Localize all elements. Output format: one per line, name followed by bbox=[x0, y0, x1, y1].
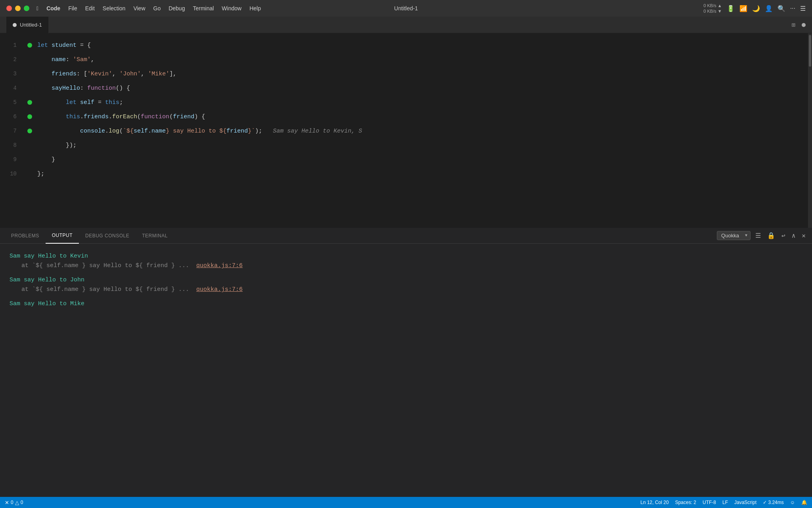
output-at-1: at `${ self.name } say Hello to ${ frien… bbox=[10, 261, 802, 271]
close-button[interactable] bbox=[6, 6, 12, 11]
error-icon: ✕ bbox=[5, 500, 9, 506]
search-icon: 🔍 bbox=[778, 5, 785, 12]
line-num-2: 2 bbox=[4, 52, 20, 67]
wifi-icon: 📶 bbox=[739, 5, 747, 12]
gutter-3 bbox=[24, 67, 36, 81]
line-num-4: 4 bbox=[4, 81, 20, 95]
output-link-2[interactable]: quokka.js:7:6 bbox=[196, 286, 243, 293]
gutter-7 bbox=[24, 124, 36, 138]
maximize-button[interactable] bbox=[24, 6, 29, 11]
code-line-9: } bbox=[36, 152, 808, 167]
titlebar-right: 0 KB/s ▲0 KB/s ▼ 🔋 📶 🌙 👤 🔍 ··· ☰ bbox=[703, 3, 806, 14]
gutter-2 bbox=[24, 52, 36, 67]
clear-output-icon[interactable]: ☰ bbox=[754, 230, 762, 241]
menu-file[interactable]: File bbox=[68, 5, 77, 12]
panel-tab-bar: PROBLEMS OUTPUT DEBUG CONSOLE TERMINAL Q… bbox=[0, 228, 812, 244]
tabbar-actions: ⊞ bbox=[791, 21, 806, 29]
emoji-icon[interactable]: ☺ bbox=[790, 500, 795, 505]
statusbar: ✕ 0 △ 0 Ln 12, Col 20 Spaces: 2 UTF-8 LF… bbox=[0, 497, 812, 508]
lock-icon[interactable]: 🔒 bbox=[766, 230, 777, 241]
scrollbar-thumb bbox=[809, 35, 811, 67]
indentation[interactable]: Spaces: 2 bbox=[675, 500, 696, 505]
close-panel-icon[interactable]: ✕ bbox=[800, 230, 807, 241]
wrap-icon[interactable]: ↩ bbox=[780, 230, 787, 241]
menu-terminal[interactable]: Terminal bbox=[193, 5, 214, 12]
code-line-4: sayHello: function() { bbox=[36, 81, 808, 95]
quokka-status[interactable]: ✓ 3.24ms bbox=[763, 500, 784, 505]
menu-edit[interactable]: Edit bbox=[85, 5, 95, 12]
code-line-2: name: 'Sam', bbox=[36, 52, 808, 67]
gutter-1 bbox=[24, 38, 36, 52]
editor-scrollbar[interactable] bbox=[808, 33, 812, 228]
menu-icon: ☰ bbox=[800, 5, 806, 12]
output-source-select[interactable]: Quokka bbox=[717, 231, 751, 240]
line-num-7: 7 bbox=[4, 124, 20, 138]
editor-tab[interactable]: Untitled-1 bbox=[6, 17, 49, 33]
gutter bbox=[24, 33, 36, 228]
gutter-9 bbox=[24, 152, 36, 167]
code-editor[interactable]: 1 2 3 4 5 6 7 8 9 10 let student = { nam… bbox=[0, 33, 812, 228]
code-content[interactable]: let student = { name: 'Sam', friends: ['… bbox=[36, 33, 808, 228]
menu-selection[interactable]: Selection bbox=[103, 5, 126, 12]
line-num-1: 1 bbox=[4, 38, 20, 52]
output-line-2: Sam say Hello to John bbox=[10, 275, 802, 285]
warning-icon: △ bbox=[15, 500, 19, 506]
line-num-3: 3 bbox=[4, 67, 20, 81]
menu-view[interactable]: View bbox=[133, 5, 145, 12]
encoding[interactable]: UTF-8 bbox=[703, 500, 716, 505]
code-line-1: let student = { bbox=[36, 38, 808, 52]
user-icon: 👤 bbox=[765, 5, 773, 12]
menu-window[interactable]: Window bbox=[222, 5, 241, 12]
statusbar-right: Ln 12, Col 20 Spaces: 2 UTF-8 LF JavaScr… bbox=[640, 500, 807, 505]
tab-output[interactable]: OUTPUT bbox=[46, 228, 79, 244]
tab-terminal[interactable]: TERMINAL bbox=[136, 228, 174, 244]
output-line-1: Sam say Hello to Kevin bbox=[10, 252, 802, 261]
gutter-4 bbox=[24, 81, 36, 95]
battery-icon: 🔋 bbox=[727, 5, 735, 12]
eol[interactable]: LF bbox=[722, 500, 728, 505]
line-numbers: 1 2 3 4 5 6 7 8 9 10 bbox=[0, 33, 24, 228]
menu-help[interactable]: Help bbox=[249, 5, 261, 12]
code-line-5: let self = this; bbox=[36, 95, 808, 110]
notification-icon[interactable]: 🔔 bbox=[801, 500, 807, 505]
window-title: Untitled-1 bbox=[394, 5, 418, 12]
tab-debug-console[interactable]: DEBUG CONSOLE bbox=[79, 228, 136, 244]
code-line-8: }); bbox=[36, 138, 808, 152]
scroll-up-icon[interactable]: ∧ bbox=[790, 230, 797, 241]
code-line-7: console.log(`${self.name} say Hello to $… bbox=[36, 124, 808, 138]
cursor-position[interactable]: Ln 12, Col 20 bbox=[640, 500, 668, 505]
warning-count: 0 bbox=[21, 500, 23, 505]
output-link-1[interactable]: quokka.js:7:6 bbox=[196, 262, 243, 269]
titlebar:  Code File Edit Selection View Go Debug… bbox=[0, 0, 812, 17]
traffic-lights bbox=[6, 6, 29, 11]
menu-bar:  Code File Edit Selection View Go Debug… bbox=[36, 5, 261, 12]
menu-debug[interactable]: Debug bbox=[169, 5, 185, 12]
menu-code[interactable]: Code bbox=[46, 5, 60, 12]
line-num-9: 9 bbox=[4, 152, 20, 167]
code-line-6: this.friends.forEach(function(friend) { bbox=[36, 110, 808, 124]
error-status[interactable]: ✕ 0 △ 0 bbox=[5, 500, 23, 506]
line-num-10: 10 bbox=[4, 167, 20, 181]
tab-title: Untitled-1 bbox=[20, 22, 42, 28]
language-mode[interactable]: JavaScript bbox=[734, 500, 756, 505]
minimize-button[interactable] bbox=[15, 6, 21, 11]
split-editor-icon[interactable]: ⊞ bbox=[791, 21, 795, 29]
network-status: 0 KB/s ▲0 KB/s ▼ bbox=[703, 3, 722, 14]
apple-menu[interactable]:  bbox=[36, 5, 38, 12]
gutter-6 bbox=[24, 110, 36, 124]
line-num-8: 8 bbox=[4, 138, 20, 152]
gutter-10 bbox=[24, 167, 36, 181]
line-num-6: 6 bbox=[4, 110, 20, 124]
tab-problems[interactable]: PROBLEMS bbox=[5, 228, 46, 244]
tab-bar: Untitled-1 ⊞ bbox=[0, 17, 812, 33]
error-count: 0 bbox=[11, 500, 13, 505]
output-at-2: at `${ self.name } say Hello to ${ frien… bbox=[10, 285, 802, 294]
gutter-8 bbox=[24, 138, 36, 152]
code-line-10: }; bbox=[36, 167, 808, 181]
panel-controls: Quokka ▼ ☰ 🔒 ↩ ∧ ✕ bbox=[717, 230, 807, 241]
gutter-5 bbox=[24, 95, 36, 110]
output-line-3: Sam say Hello to Mike bbox=[10, 299, 802, 309]
code-line-3: friends: ['Kevin', 'John', 'Mike'], bbox=[36, 67, 808, 81]
menu-go[interactable]: Go bbox=[153, 5, 161, 12]
output-source-select-wrap[interactable]: Quokka ▼ bbox=[717, 231, 751, 240]
